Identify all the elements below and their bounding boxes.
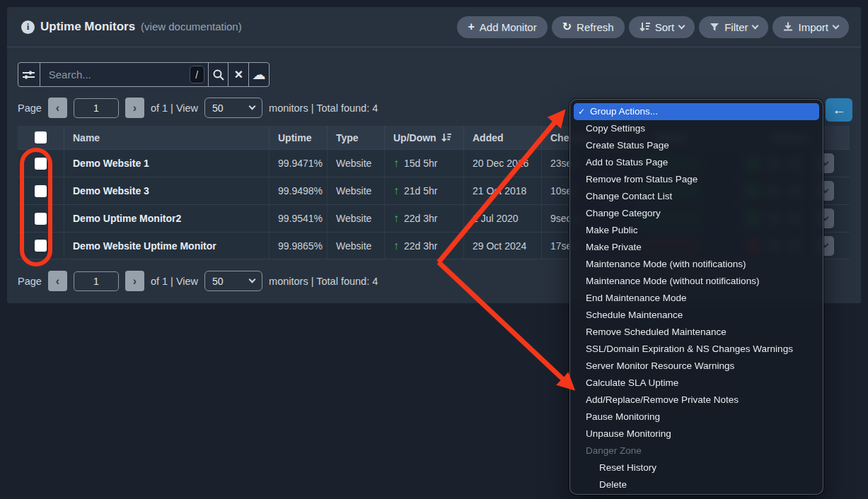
refresh-button[interactable]: ↻ Refresh: [552, 16, 625, 38]
uptime-value: 99.9541%: [269, 205, 327, 232]
sort-button[interactable]: Sort: [629, 16, 695, 38]
add-monitor-button[interactable]: + Add Monitor: [457, 16, 547, 38]
menu-item-server-resource-warnings[interactable]: Server Monitor Resource Warnings: [570, 358, 823, 375]
menu-group-label-danger-zone: Danger Zone: [570, 442, 823, 459]
monitor-type: Website: [327, 233, 384, 259]
menu-item-pause-monitoring[interactable]: Pause Monitoring: [570, 409, 823, 425]
up-arrow-icon: ↑: [393, 157, 399, 170]
prev-page-button[interactable]: ‹: [48, 271, 67, 291]
view-documentation-link[interactable]: (view documentation): [141, 20, 242, 33]
updown-value: 21d 5hr: [404, 185, 437, 196]
monitor-type: Website: [327, 205, 384, 232]
search-clear-button[interactable]: ×: [228, 63, 248, 86]
plus-icon: +: [468, 21, 474, 33]
menu-item-add-replace-remove-private-notes[interactable]: Add/Replace/Remove Private Notes: [570, 392, 823, 409]
row-checkbox[interactable]: [35, 240, 47, 252]
updown-value: 22d 3hr: [404, 213, 437, 224]
slash-shortcut-hint: /: [190, 66, 204, 83]
added-date: 29 Oct 2024: [463, 233, 541, 259]
chevron-down-icon: [249, 103, 256, 110]
menu-item-maintenance-without-notifications[interactable]: Maintenance Mode (without notifications): [570, 273, 823, 290]
check-icon: ✓: [578, 103, 585, 120]
search-submit-button[interactable]: [208, 63, 228, 86]
row-checkbox[interactable]: [35, 185, 47, 197]
cloud-icon: ☁: [253, 66, 266, 83]
back-button[interactable]: ←: [826, 98, 852, 122]
sort-label: Sort: [655, 21, 675, 33]
menu-item-add-to-status-page[interactable]: Add to Status Page: [570, 154, 823, 171]
page-title: Uptime Monitors: [40, 20, 135, 34]
menu-item-make-private[interactable]: Make Private: [570, 239, 823, 256]
monitor-name[interactable]: Demo Uptime Monitor2: [64, 205, 269, 232]
pagination-bottom: Page ‹ › of 1 | View 50 monitors | Total…: [18, 271, 378, 291]
search-filters-button[interactable]: [18, 63, 40, 86]
next-page-button[interactable]: ›: [125, 271, 144, 291]
chevron-down-icon: [752, 22, 759, 29]
info-icon: i: [21, 20, 35, 34]
menu-item-make-public[interactable]: Make Public: [570, 222, 823, 239]
column-header-updown[interactable]: Up/Down: [384, 126, 463, 149]
total-found-text: monitors | Total found: 4: [269, 276, 378, 287]
column-header-name[interactable]: Name: [64, 126, 269, 149]
search-input[interactable]: [49, 69, 190, 81]
menu-item-delete[interactable]: Delete: [570, 476, 823, 493]
page-number-input[interactable]: [74, 98, 119, 118]
chevron-down-icon: [249, 276, 256, 283]
menu-item-ssl-domain-warnings[interactable]: SSL/Domain Expiration & NS Changes Warni…: [570, 341, 823, 358]
menu-item-reset-history[interactable]: Reset History: [570, 459, 823, 476]
monitor-type: Website: [327, 177, 384, 204]
column-header-type[interactable]: Type: [327, 126, 384, 149]
menu-item-create-status-page[interactable]: Create Status Page: [570, 137, 823, 154]
up-arrow-icon: ↑: [393, 184, 399, 197]
added-date: 20 Dec 2016: [463, 150, 541, 177]
per-page-value: 50: [212, 102, 224, 114]
page-number-input[interactable]: [74, 271, 119, 291]
per-page-value: 50: [212, 276, 224, 287]
up-arrow-icon: ↑: [393, 212, 399, 225]
menu-item-change-category[interactable]: Change Category: [570, 205, 823, 222]
menu-item-copy-settings[interactable]: Copy Settings: [570, 120, 823, 137]
import-button[interactable]: Import: [772, 16, 849, 38]
next-page-button[interactable]: ›: [125, 98, 144, 118]
menu-item-remove-from-status-page[interactable]: Remove from Status Page: [570, 171, 823, 188]
prev-page-button[interactable]: ‹: [48, 98, 67, 118]
total-found-text: monitors | Total found: 4: [269, 102, 378, 114]
column-header-added[interactable]: Added: [463, 126, 541, 149]
search-bar: / × ☁: [18, 62, 270, 87]
monitor-name[interactable]: Demo Website Uptime Monitor: [64, 233, 269, 259]
row-checkbox[interactable]: [35, 213, 47, 225]
select-all-checkbox[interactable]: [35, 131, 47, 143]
sort-order-icon: [441, 133, 451, 142]
added-date: 1 Jul 2020: [463, 205, 541, 232]
filter-button[interactable]: Filter: [699, 16, 768, 38]
chevron-down-icon: [833, 22, 840, 29]
menu-item-end-maintenance-mode[interactable]: End Maintenance Mode: [570, 290, 823, 307]
refresh-icon: ↻: [562, 21, 572, 33]
menu-item-calculate-sla-uptime[interactable]: Calculate SLA Uptime: [570, 375, 823, 392]
monitor-name[interactable]: Demo Website 3: [64, 177, 269, 204]
menu-item-unpause-monitoring[interactable]: Unpause Monitoring: [570, 425, 823, 442]
menu-item-change-contact-list[interactable]: Change Contact List: [570, 188, 823, 205]
uptime-value: 99.9498%: [269, 177, 327, 204]
page-of-text: of 1 | View: [151, 276, 198, 287]
per-page-select[interactable]: 50: [204, 271, 262, 291]
menu-item-group-actions[interactable]: ✓ Group Actions...: [574, 103, 819, 120]
filter-label: Filter: [724, 21, 748, 33]
close-icon: ×: [235, 66, 243, 83]
filter-icon: [710, 23, 719, 32]
up-arrow-icon: ↑: [393, 240, 399, 252]
uptime-value: 99.9471%: [269, 150, 327, 177]
row-checkbox[interactable]: [35, 158, 47, 170]
menu-item-maintenance-with-notifications[interactable]: Maintenance Mode (with notifications): [570, 256, 823, 273]
menu-item-schedule-maintenance[interactable]: Schedule Maintenance: [570, 307, 823, 324]
add-monitor-label: Add Monitor: [480, 21, 537, 33]
column-header-uptime[interactable]: Uptime: [269, 126, 327, 149]
group-actions-menu: ✓ Group Actions... Copy Settings Create …: [569, 99, 823, 495]
menu-item-remove-scheduled-maintenance[interactable]: Remove Scheduled Maintenance: [570, 324, 823, 341]
search-icon: [213, 69, 224, 81]
cloud-search-button[interactable]: ☁: [248, 63, 269, 86]
updown-value: 22d 3hr: [404, 240, 437, 252]
import-label: Import: [798, 21, 828, 33]
monitor-name[interactable]: Demo Website 1: [64, 150, 269, 177]
per-page-select[interactable]: 50: [204, 98, 262, 118]
